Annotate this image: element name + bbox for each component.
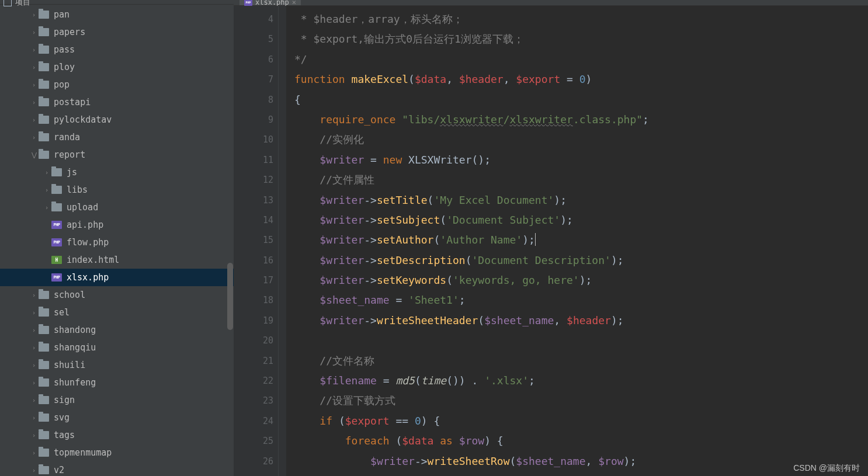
tree-item-pylockdatav[interactable]: ›pylockdatav	[0, 111, 234, 128]
tree-item-pass[interactable]: ›pass	[0, 41, 234, 58]
fold-gutter[interactable]	[278, 6, 286, 476]
tree-item-topmenmumap[interactable]: ›topmenmumap	[0, 444, 234, 461]
tree-item-sel[interactable]: ›sel	[0, 304, 234, 321]
tree-item-shunfeng[interactable]: ›shunfeng	[0, 374, 234, 391]
chevron-right-icon[interactable]: ›	[29, 414, 39, 422]
chevron-right-icon[interactable]: ›	[29, 134, 39, 141]
editor-tabs: PHP xlsx.php ×	[234, 0, 868, 6]
folder-icon	[39, 98, 49, 106]
code-line[interactable]: //文件名称	[294, 351, 868, 371]
tree-item-report[interactable]: ⋁report	[0, 146, 234, 164]
tree-item-tags[interactable]: ›tags	[0, 426, 234, 444]
tree-item-api-php[interactable]: ·PHPapi.php	[0, 216, 234, 234]
folder-icon	[51, 203, 62, 211]
tree-item-libs[interactable]: ›libs	[0, 181, 234, 199]
tree-item-pan[interactable]: ›pan	[0, 6, 234, 23]
code-line[interactable]: $writer->writeSheetHeader($sheet_name, $…	[294, 311, 868, 331]
tree-item-randa[interactable]: ›randa	[0, 128, 234, 146]
php-icon: PHP	[51, 221, 62, 229]
code-line[interactable]	[294, 331, 868, 350]
tree-item-sign[interactable]: ›sign	[0, 391, 234, 409]
chevron-right-icon[interactable]: ›	[29, 344, 39, 352]
file-tree[interactable]: ›pan›papers›pass›ploy›pop›postapi›pylock…	[0, 5, 234, 476]
code-content[interactable]: * $header，array，标头名称； * $export,输出方式0后台运…	[286, 6, 868, 476]
chevron-right-icon[interactable]: ›	[29, 379, 39, 387]
chevron-right-icon[interactable]: ›	[29, 432, 39, 439]
html-icon: H	[51, 256, 62, 264]
tree-item-pop[interactable]: ›pop	[0, 76, 234, 93]
code-line[interactable]: * $header，array，标头名称；	[294, 9, 868, 29]
folder-icon	[39, 133, 49, 141]
tree-item-shandong[interactable]: ›shandong	[0, 321, 234, 339]
tab-xlsx-php[interactable]: PHP xlsx.php ×	[239, 0, 301, 5]
tree-item-v2[interactable]: ›v2	[0, 461, 234, 476]
code-line[interactable]: if ($export == 0) {	[294, 411, 868, 431]
code-line[interactable]: * $export,输出方式0后台运行1浏览器下载；	[294, 29, 868, 49]
chevron-right-icon[interactable]: ›	[29, 326, 39, 334]
chevron-right-icon[interactable]: ›	[29, 64, 39, 71]
tree-item-index-html[interactable]: ·Hindex.html	[0, 251, 234, 269]
code-line[interactable]: $writer->setTitle('My Excel Document');	[294, 190, 868, 210]
tree-item-label: postapi	[54, 97, 91, 107]
chevron-right-icon[interactable]: ›	[42, 186, 51, 194]
code-line[interactable]: $writer->writeSheetRow($sheet_name, $row…	[294, 451, 868, 471]
project-sidebar: 项目 ›pan›papers›pass›ploy›pop›postapi›pyl…	[0, 0, 234, 476]
chevron-right-icon[interactable]: ›	[29, 46, 39, 54]
chevron-right-icon[interactable]: ›	[29, 362, 39, 369]
code-line[interactable]: foreach ($data as $row) {	[294, 431, 868, 451]
tree-item-label: shangqiu	[54, 342, 96, 353]
code-line[interactable]: //设置下载方式	[294, 391, 868, 411]
tree-item-papers[interactable]: ›papers	[0, 23, 234, 41]
tree-item-shangqiu[interactable]: ›shangqiu	[0, 339, 234, 356]
tree-item-label: v2	[54, 465, 64, 475]
tree-item-js[interactable]: ›js	[0, 164, 234, 181]
chevron-right-icon[interactable]: ›	[29, 81, 39, 89]
code-line[interactable]: $writer->setAuthor('Author Name');	[294, 230, 868, 250]
code-line[interactable]: $writer->setDescription('Document Descri…	[294, 251, 868, 270]
code-line[interactable]: require_once "libs/xlsxwriter/xlsxwriter…	[294, 110, 868, 130]
chevron-right-icon[interactable]: ›	[29, 11, 39, 19]
chevron-right-icon[interactable]: ›	[29, 397, 39, 404]
chevron-right-icon[interactable]: ›	[29, 29, 39, 36]
code-area[interactable]: 4567891011121314151617181920212223242526…	[234, 6, 868, 476]
code-line[interactable]: //文件属性	[294, 170, 868, 190]
code-line[interactable]: $writer->setSubject('Document Subject');	[294, 210, 868, 230]
sidebar-scrollbar[interactable]	[227, 0, 234, 476]
php-icon: PHP	[244, 0, 252, 6]
chevron-right-icon[interactable]: ›	[29, 449, 39, 457]
code-line[interactable]: {	[294, 90, 868, 110]
scrollbar-thumb[interactable]	[227, 263, 233, 330]
tree-item-label: svg	[54, 412, 70, 423]
tree-item-label: sel	[54, 307, 70, 318]
tree-item-svg[interactable]: ›svg	[0, 409, 234, 426]
chevron-right-icon[interactable]: ›	[42, 169, 51, 176]
code-line[interactable]: function makeExcel($data, $header, $expo…	[294, 70, 868, 89]
code-line[interactable]: $writer->setKeywords('keywords, go, here…	[294, 270, 868, 290]
chevron-right-icon[interactable]: ›	[29, 467, 39, 474]
chevron-down-icon[interactable]: ⋁	[29, 151, 39, 159]
chevron-right-icon[interactable]: ›	[29, 309, 39, 317]
chevron-right-icon[interactable]: ›	[42, 204, 51, 211]
tree-item-shuili[interactable]: ›shuili	[0, 356, 234, 374]
tree-item-label: index.html	[67, 255, 119, 265]
code-line[interactable]: */	[294, 50, 868, 70]
tree-item-label: papers	[54, 27, 85, 37]
tree-item-flow-php[interactable]: ·PHPflow.php	[0, 234, 234, 251]
folder-icon	[39, 63, 49, 71]
code-line[interactable]: $writer = new XLSXWriter();	[294, 150, 868, 170]
tree-item-xlsx-php[interactable]: ·PHPxlsx.php	[0, 269, 234, 286]
chevron-right-icon[interactable]: ›	[29, 116, 39, 124]
tree-item-postapi[interactable]: ›postapi	[0, 93, 234, 111]
chevron-right-icon[interactable]: ›	[29, 291, 39, 299]
tree-item-school[interactable]: ›school	[0, 286, 234, 304]
chevron-right-icon[interactable]: ›	[29, 99, 39, 106]
tree-item-upload[interactable]: ›upload	[0, 199, 234, 216]
tree-item-label: ploy	[54, 62, 75, 72]
tree-item-label: pan	[54, 9, 70, 20]
tree-item-ploy[interactable]: ›ploy	[0, 58, 234, 76]
folder-icon	[39, 343, 49, 352]
code-line[interactable]: $sheet_name = 'Sheet1';	[294, 290, 868, 310]
code-line[interactable]: $filename = md5(time()) . '.xlsx';	[294, 371, 868, 391]
code-line[interactable]: //实例化	[294, 130, 868, 150]
folder-icon	[39, 378, 49, 387]
